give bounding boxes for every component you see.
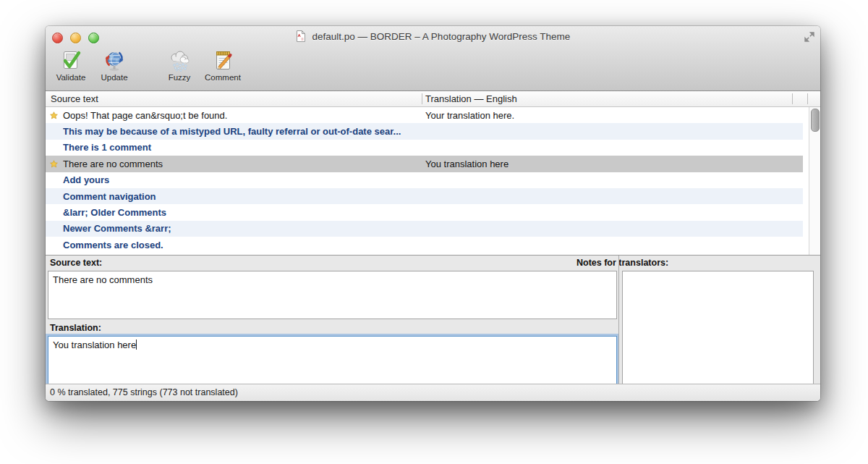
source-cell: This may be because of a mistyped URL, f… (63, 126, 422, 137)
translation-cell: You translation here (422, 159, 803, 169)
table-row[interactable]: Comments are closed. (46, 237, 803, 253)
fuzzy-star-icon (46, 111, 63, 119)
window-title: default.po — BORDER – A Photography Word… (312, 31, 571, 42)
window-title-area: default.po — BORDER – A Photography Word… (46, 26, 820, 48)
po-document-icon (296, 30, 305, 42)
comment-notepad-icon (212, 50, 234, 72)
table-row[interactable]: Comment navigation (46, 188, 803, 204)
translation-input[interactable]: You translation here (48, 336, 617, 384)
translation-value: You translation here (53, 339, 136, 350)
text-caret (136, 339, 137, 350)
table-scrollbar[interactable] (809, 107, 820, 255)
source-text-value: There are no comments (53, 274, 153, 285)
source-text-label: Source text: (50, 256, 102, 270)
comment-button[interactable]: Comment (202, 48, 244, 82)
source-cell: There is 1 comment (63, 142, 422, 153)
source-cell: Newer Comments &rarr; (63, 223, 422, 234)
toolbar-label: Fuzzy (169, 73, 191, 82)
translation-cell: Your translation here. (422, 110, 803, 121)
source-cell: Comments are closed. (63, 240, 422, 250)
column-header-source[interactable]: Source text (51, 91, 98, 106)
toolbar-label: Validate (56, 73, 86, 82)
translation-label: Translation: (50, 321, 101, 335)
panel-divider[interactable] (618, 256, 619, 384)
update-globe-icon (103, 50, 125, 72)
table-row[interactable]: Oops! That page can&rsquo;t be found.You… (46, 107, 803, 123)
table-row[interactable]: There are no commentsYou translation her… (46, 156, 803, 172)
column-divider[interactable] (422, 93, 422, 104)
source-cell: There are no comments (63, 159, 422, 169)
source-cell: &larr; Older Comments (63, 207, 422, 218)
table-row[interactable]: Add yours (46, 172, 803, 188)
toolbar: Validate (50, 48, 244, 82)
notes-label: Notes for translators: (576, 256, 668, 270)
source-cell: Add yours (63, 174, 422, 185)
status-text: 0 % translated, 775 strings (773 not tra… (50, 387, 238, 397)
column-header-translation[interactable]: Translation — English (425, 91, 517, 106)
fuzzy-cloud-icon (169, 50, 190, 72)
status-bar: 0 % translated, 775 strings (773 not tra… (46, 384, 820, 401)
fuzzy-button[interactable]: Fuzzy (158, 48, 200, 82)
scrollbar-thumb[interactable] (811, 109, 820, 132)
poedit-window: default.po — BORDER – A Photography Word… (46, 26, 820, 401)
source-text-box: There are no comments (48, 271, 617, 319)
validate-button[interactable]: Validate (50, 48, 92, 82)
source-cell: Oops! That page can&rsquo;t be found. (63, 110, 422, 121)
window-chrome: default.po — BORDER – A Photography Word… (46, 26, 820, 91)
notes-for-translators-box (622, 271, 814, 384)
fuzzy-star-icon (46, 160, 63, 168)
table-row[interactable]: Newer Comments &rarr; (46, 221, 803, 237)
editor-panel: Source text: Notes for translators: Ther… (46, 255, 820, 384)
toolbar-label: Comment (205, 73, 241, 82)
column-divider[interactable] (792, 93, 793, 104)
source-cell: Comment navigation (63, 191, 422, 202)
desktop: default.po — BORDER – A Photography Word… (0, 0, 868, 464)
fullscreen-icon[interactable] (804, 31, 815, 43)
string-table-body: Oops! That page can&rsquo;t be found.You… (46, 107, 820, 255)
validate-check-icon (60, 50, 82, 72)
titlebar[interactable]: default.po — BORDER – A Photography Word… (46, 26, 820, 48)
table-row[interactable]: This may be because of a mistyped URL, f… (46, 123, 803, 139)
table-header: Source text Translation — English (46, 91, 820, 107)
toolbar-label: Update (101, 73, 127, 82)
table-row[interactable]: There is 1 comment (46, 140, 803, 156)
table-row[interactable]: &larr; Older Comments (46, 204, 803, 220)
column-divider (807, 93, 808, 104)
update-button[interactable]: Update (93, 48, 135, 82)
